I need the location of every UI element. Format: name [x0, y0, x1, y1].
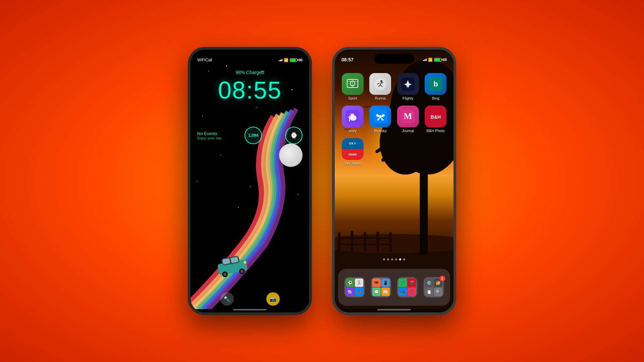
dock: ⚽ 🏃 🐘 🦋 🗺 📱 💬 📰 🎵 🎬 [338, 269, 450, 306]
sky-news-bottom: news [342, 149, 364, 160]
no-events-label: No Events [197, 131, 222, 136]
dock-mini-12: 🎧 [408, 288, 416, 296]
app-journal[interactable]: M Journal [397, 106, 419, 133]
dock-folder-2-wrapper: 🗺 📱 💬 📰 [371, 277, 391, 297]
app-bh[interactable]: B&H B&H Photo [425, 106, 447, 133]
battery-label-right: 98 [443, 58, 447, 62]
charging-text: 98% Charged [235, 70, 264, 75]
app-bing[interactable]: b Bing [425, 73, 447, 100]
app-grid: Sport Runna [338, 70, 450, 169]
camera-button[interactable]: 📷 [266, 292, 280, 306]
dock-mini-15: 📋 [425, 288, 433, 296]
status-icons-right: 📶 98 [423, 58, 447, 62]
homescreen: 08:57 📶 98 [335, 50, 453, 312]
app-label-bluesky: Bluesky [374, 129, 387, 133]
dock-mini-13: ⚙️ [425, 279, 433, 287]
dock-folder-1[interactable]: ⚽ 🏃 🐘 🦋 [344, 277, 365, 297]
bottom-controls: 🔦 📷 [191, 292, 309, 306]
signal-icon [279, 59, 282, 61]
journal-svg: M [401, 110, 415, 123]
app-icon-bing: b [425, 73, 446, 95]
runna-svg [374, 77, 387, 91]
svg-text:M: M [404, 111, 412, 121]
app-icon-skynews: SKY news [342, 138, 364, 160]
flighty-svg [401, 77, 415, 91]
app-icon-sport [342, 73, 364, 95]
svg-rect-22 [364, 232, 366, 251]
app-skynews[interactable]: SKY news Sky News [341, 138, 364, 165]
dock-folder-3[interactable]: 🎵 🎬 📺 🎧 [397, 277, 417, 297]
dock-mini-9: 🎵 [398, 279, 407, 287]
app-icon-ivory [342, 106, 364, 127]
signal-icon-right [423, 59, 427, 61]
app-label-bing: Bing [432, 96, 439, 100]
svg-point-44 [350, 116, 351, 117]
svg-point-47 [380, 115, 381, 118]
app-label-runna: Runna [375, 96, 386, 100]
sky-news-top: SKY [342, 138, 364, 149]
svg-rect-25 [338, 237, 392, 239]
moon [279, 143, 303, 167]
svg-rect-24 [389, 232, 392, 251]
dock-mini-10: 🎬 [408, 279, 416, 287]
app-icon-journal: M [397, 106, 419, 127]
app-icon-bh: B&H [425, 106, 446, 127]
events-widget: No Events Enjoy your day [197, 131, 222, 140]
app-runna[interactable]: Runna [369, 73, 392, 100]
dot-5 [399, 258, 401, 260]
home-indicator-right [377, 309, 411, 310]
right-phone: 08:57 📶 98 [332, 47, 456, 315]
status-icons-left: 📶 98 [279, 58, 303, 62]
ivory-svg [346, 110, 359, 123]
app-ivory[interactable]: Ivory [341, 106, 364, 133]
svg-text:b: b [433, 80, 438, 88]
lock-time: 08:55 [218, 76, 282, 104]
dock-mini-7: 💬 [372, 288, 381, 296]
watch-widget: ⌚ [285, 127, 303, 144]
app-label-journal: Journal [402, 129, 414, 133]
sport-svg [346, 77, 359, 91]
dot-6 [403, 258, 405, 260]
svg-rect-26 [338, 244, 392, 245]
dock-mini-2: 🏃 [355, 279, 363, 287]
app-label-bh: B&H Photo [427, 129, 445, 133]
app-label-flighty: Flighty [402, 96, 413, 100]
app-label-sport: Sport [348, 96, 357, 100]
bluesky-svg [374, 110, 387, 123]
bh-svg: B&H [429, 110, 442, 123]
lock-time-display: 08:55 [218, 77, 282, 104]
app-bluesky[interactable]: Bluesky [369, 106, 392, 133]
widgets-row: No Events Enjoy your day 1,094 ⌚ [197, 127, 303, 144]
wifi-icon: 📶 [284, 58, 288, 62]
app-icon-flighty [397, 73, 419, 95]
status-bar-left: WiFiCall 📶 98 [191, 50, 309, 66]
svg-rect-23 [376, 232, 379, 251]
dock-folder-3-wrapper: 🎵 🎬 📺 🎧 [397, 277, 417, 297]
battery-icon-right [434, 58, 441, 62]
steps-widget: 1,094 [245, 127, 262, 144]
dock-mini-4: 🦋 [355, 288, 363, 296]
dot-2 [387, 258, 389, 260]
app-flighty[interactable]: Flighty [397, 73, 419, 100]
dock-mini-16: 🔍 [434, 288, 442, 296]
lockscreen: WiFiCall 📶 98 98% Charged 08:55 [191, 50, 309, 312]
app-label-ivory: Ivory [348, 129, 357, 133]
dock-folder-2[interactable]: 🗺 📱 💬 📰 [371, 277, 391, 297]
svg-rect-21 [351, 231, 354, 251]
app-sport[interactable]: Sport [341, 73, 364, 100]
home-indicator-left [233, 309, 267, 310]
dock-mini-5: 🗺 [372, 279, 381, 287]
dot-4 [395, 258, 397, 260]
dot-1 [383, 258, 385, 260]
carrier-label: WiFiCall [197, 58, 212, 62]
app-icon-bluesky [369, 106, 391, 127]
app-label-skynews: Sky News [344, 161, 361, 165]
dock-mini-3: 🐘 [346, 288, 354, 296]
torch-button[interactable]: 🔦 [220, 292, 234, 306]
dock-folder-1-wrapper: ⚽ 🏃 🐘 🦋 [344, 277, 365, 297]
left-phone: WiFiCall 📶 98 98% Charged 08:55 [188, 47, 312, 315]
page-dots [335, 258, 453, 260]
battery-label: 98 [299, 58, 303, 62]
svg-text:B&H: B&H [431, 114, 441, 120]
dock-folder-4-wrapper: ⚙️ 🔐 📋 🔍 2 [424, 277, 444, 297]
